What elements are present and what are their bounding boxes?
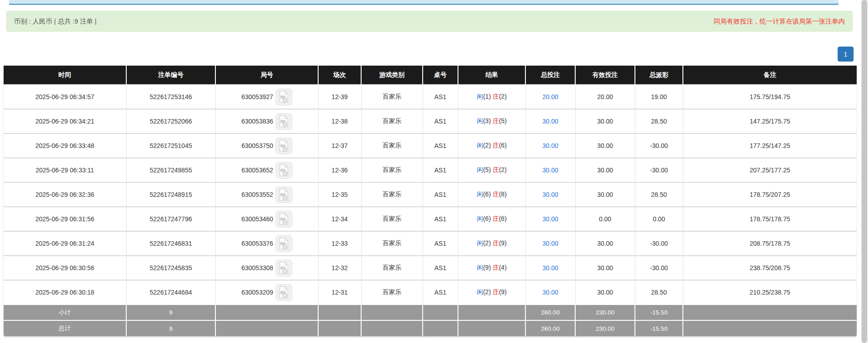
page-1-button[interactable]: 1 xyxy=(838,47,854,62)
game-type-cell: 百家乐 xyxy=(361,182,423,207)
total-bet-link[interactable]: 30.00 xyxy=(542,191,558,198)
footer-remark-cell xyxy=(683,305,857,320)
footer-empty-cell xyxy=(458,305,525,320)
total-bet-link[interactable]: 20.00 xyxy=(542,93,558,100)
video-replay-button[interactable] xyxy=(276,211,292,228)
table-no-cell: AS1 xyxy=(423,207,458,231)
result-player-value: (6) xyxy=(483,191,492,198)
column-header-1: 注单编号 xyxy=(126,66,215,85)
bet-time-cell: 2025-06-29 06:33:11 xyxy=(4,158,126,182)
total-bet-cell: 30.00 xyxy=(525,207,575,231)
result-player-label: 闲 xyxy=(477,191,483,198)
settlement-note-text: 同局有效投注，统一计算在该局第一张注单内 xyxy=(714,17,845,26)
column-header-10: 备注 xyxy=(683,66,857,85)
bet-time-cell: 2025-06-29 06:32:36 xyxy=(4,182,126,207)
bet-row: 2025-06-29 06:32:36522617248915630053552… xyxy=(4,182,857,207)
footer-empty-cell xyxy=(361,305,423,320)
footer-empty-cell xyxy=(361,320,423,336)
round-id-cell: 630053927 xyxy=(215,85,318,109)
valid-bet-cell: 30.00 xyxy=(575,231,635,256)
total-bet-link[interactable]: 30.00 xyxy=(542,215,558,223)
round-id-text: 630053209 xyxy=(241,289,273,296)
result-banker-value: (9) xyxy=(499,239,506,247)
total-bet-cell: 30.00 xyxy=(525,231,575,256)
result-banker-value: (5) xyxy=(499,117,506,124)
remark-cell: 177.25/147.25 xyxy=(683,133,857,158)
payout-cell: 0.00 xyxy=(635,207,683,231)
game-type-cell: 百家乐 xyxy=(361,280,423,305)
result-player-value: (3) xyxy=(483,117,492,124)
total-bet-link[interactable]: 30.00 xyxy=(542,118,558,125)
video-replay-button[interactable] xyxy=(276,89,292,105)
scrollbar-track[interactable] xyxy=(861,0,868,343)
valid-bet-cell: 30.00 xyxy=(575,133,635,158)
remark-cell: 238.75/208.75 xyxy=(683,256,857,280)
bet-time-cell: 2025-06-29 06:31:56 xyxy=(4,207,126,231)
round-id-cell: 630053552 xyxy=(215,182,318,207)
bet-time-cell: 2025-06-29 06:30:56 xyxy=(4,256,126,280)
table-no-cell: AS1 xyxy=(423,280,458,305)
footer-empty-cell xyxy=(215,305,318,320)
result-banker-value: (6) xyxy=(499,215,506,222)
result-banker-label: 庄 xyxy=(492,239,499,247)
payout-cell: -30.00 xyxy=(635,256,683,280)
total-bet-cell: 20.00 xyxy=(525,85,575,109)
video-replay-icon xyxy=(278,237,289,250)
valid-bet-cell: 30.00 xyxy=(575,256,635,280)
video-replay-button[interactable] xyxy=(276,113,292,130)
result-cell: 闲(2) 庄(9) xyxy=(458,280,525,305)
game-type-cell: 百家乐 xyxy=(361,109,423,133)
total-bet-link[interactable]: 30.00 xyxy=(542,289,558,296)
game-type-cell: 百家乐 xyxy=(361,256,423,280)
video-replay-button[interactable] xyxy=(276,138,292,154)
payout-cell: 28.50 xyxy=(635,280,683,305)
video-replay-button[interactable] xyxy=(276,284,292,301)
footer-count-cell: 9 xyxy=(126,305,215,320)
game-type-cell: 百家乐 xyxy=(361,133,423,158)
payout-cell: -30.00 xyxy=(635,231,683,256)
video-replay-icon xyxy=(278,262,289,274)
total-bet-link[interactable]: 30.00 xyxy=(542,142,558,149)
total-bet-cell: 30.00 xyxy=(525,133,575,158)
footer-empty-cell xyxy=(215,320,318,336)
video-replay-button[interactable] xyxy=(276,186,292,203)
total-bet-link[interactable]: 30.00 xyxy=(542,240,558,247)
valid-bet-cell: 30.00 xyxy=(575,109,635,133)
footer-valid-bet-cell: 230.00 xyxy=(575,305,635,320)
column-header-8: 有效投注 xyxy=(575,66,635,85)
footer-count-cell: 9 xyxy=(126,320,215,336)
video-replay-button[interactable] xyxy=(276,235,292,252)
total-bet-link[interactable]: 30.00 xyxy=(542,167,558,174)
footer-label-cell: 总计 xyxy=(4,320,126,336)
bet-row: 2025-06-29 06:30:56522617245835630053308… xyxy=(4,256,857,280)
bet-time-cell: 2025-06-29 06:31:24 xyxy=(4,231,126,256)
valid-bet-cell: 30.00 xyxy=(575,158,635,182)
total-bet-link[interactable]: 30.00 xyxy=(542,264,558,272)
bet-row: 2025-06-29 06:33:11522617249855630053652… xyxy=(4,158,857,182)
column-header-6: 结果 xyxy=(458,66,525,85)
result-player-label: 闲 xyxy=(477,288,483,295)
result-banker-label: 庄 xyxy=(492,117,499,124)
table-no-cell: AS1 xyxy=(423,231,458,256)
video-replay-icon xyxy=(278,91,289,103)
footer-empty-cell xyxy=(318,320,361,336)
round-id-cell: 630053376 xyxy=(215,231,318,256)
scrollbar-thumb[interactable] xyxy=(862,0,867,343)
video-replay-button[interactable] xyxy=(276,162,292,179)
result-banker-label: 庄 xyxy=(492,191,499,198)
subtotal-row: 小计9260.00230.00-15.50 xyxy=(4,305,857,320)
session-cell: 12-35 xyxy=(318,182,361,207)
footer-empty-cell xyxy=(458,320,525,336)
bet-id-cell: 522617249855 xyxy=(126,158,215,182)
video-replay-button[interactable] xyxy=(276,260,292,276)
column-header-9: 总派彩 xyxy=(635,66,683,85)
remark-cell: 210.25/238.75 xyxy=(683,280,857,305)
payout-cell: 19.00 xyxy=(635,85,683,109)
valid-bet-cell: 20.00 xyxy=(575,85,635,109)
result-player-label: 闲 xyxy=(477,239,483,247)
footer-remark-cell xyxy=(683,320,857,336)
bet-id-cell: 522617245835 xyxy=(126,256,215,280)
result-player-label: 闲 xyxy=(477,264,483,271)
result-player-value: (2) xyxy=(483,142,492,149)
remark-cell: 207.25/177.25 xyxy=(683,158,857,182)
